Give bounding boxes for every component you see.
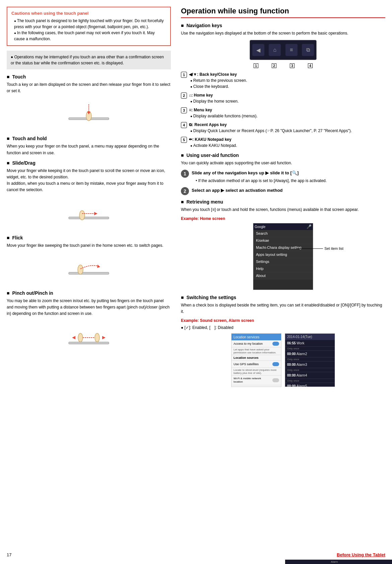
location-toggle-1[interactable] [272, 342, 279, 346]
nav-keys-desc: Use the navigation keys displayed at the… [181, 30, 385, 37]
nav-num-1: 1 [254, 63, 258, 68]
caution-title: Cautions when using the touch panel [11, 11, 166, 16]
menu-settings: Settings [253, 258, 313, 265]
flick-gesture [7, 252, 171, 286]
nav-key-items: 1 ◀/▼: Back key/Close key Return to the … [181, 71, 385, 149]
flick-text: Move your finger like sweeping the touch… [7, 242, 171, 249]
nav-key-bullet-1a: Return to the previous screen. [190, 77, 247, 83]
step-content-2: Select an app ▶ select an activation met… [192, 187, 283, 194]
footer-text: Before Using the Tablet [337, 552, 385, 557]
nav-num-3: 3 [290, 63, 295, 68]
touch-hold-heading: Touch and hold [7, 136, 171, 141]
nav-key-bullet-1b: Close the keyboard. [190, 83, 247, 90]
pinch-gesture [7, 320, 171, 354]
nav-key-bullet-5a: Activate KAKU Notepad. [190, 143, 237, 149]
nav-numbers-row: 1 2 3 4 [254, 63, 313, 68]
location-row-1-text: Access to my location [234, 342, 263, 345]
menu-kisekae: Kisekae [253, 237, 313, 244]
nav-key-num-1: 1 [181, 72, 187, 78]
alarm-date: 2014-01-14(Tue) [285, 334, 335, 340]
nav-key-bullet-4a: Display Quick Launcher or Recent Apps (☞… [190, 128, 352, 134]
svg-marker-16 [102, 336, 106, 339]
nav-key-title-3: ≡: Menu key [189, 108, 212, 112]
retrieving-menu-heading: Retrieving menu [181, 199, 385, 205]
nav-key-bullet-3a: Display available functions (menus). [190, 113, 258, 119]
nav-bar-sim: ◀ ⌂ ≡ ⧉ [250, 40, 317, 60]
user-aid-heading: Using user-aid function [181, 153, 385, 158]
retrieving-menu-section: Retrieving menu When you touch [≡] or to… [181, 199, 385, 290]
switching-settings-section: Switching the settings When a check box … [181, 295, 385, 387]
alarm-only-once-4: Only once [285, 379, 335, 383]
info-box: Operations may be interrupted if you tou… [7, 51, 171, 69]
flick-heading: Flick [7, 235, 171, 240]
location-toggle-2[interactable] [272, 362, 279, 366]
menu-search: Search [253, 230, 313, 237]
touch-heading: Touch [7, 74, 171, 79]
menu-apps-layout: Apps layout setting [253, 251, 313, 258]
alarm-row-5: 00:00 Alarm5 [285, 383, 335, 387]
touch-section: Touch Touch a key or an item displayed o… [7, 74, 171, 131]
alarm-only-once-3: Only once [285, 368, 335, 372]
nav-key-4: 4 ⧉: Recent Apps key Display Quick Launc… [181, 122, 385, 134]
nav-key-num-5: 5 [181, 137, 187, 143]
home-screen-wrapper: Google 🎤 Search Kisekae Machi-Chara disp… [253, 223, 313, 290]
nav-key-title-1: ◀/▼: Back key/Close key [189, 72, 237, 77]
home-content: Search Kisekae Machi-Chara display setti… [253, 230, 313, 279]
touch-gesture-svg [62, 98, 116, 131]
nav-key-3: 3 ≡: Menu key Display available function… [181, 107, 385, 119]
set-item-list-line [296, 248, 323, 249]
pinch-section: Pinch out/Pinch in You may be able to zo… [7, 290, 171, 354]
svg-rect-8 [69, 272, 109, 274]
alarm-row-1: 06:55 Work [285, 340, 335, 347]
alarm-time-4: 00:00 [287, 374, 296, 377]
set-item-list-container: Set item list [296, 246, 343, 250]
slide-drag-text: Move your finger while keeping it on the… [7, 168, 171, 193]
location-sources-label: Location sources [232, 355, 281, 361]
step-note-1: If the activation method of an app is se… [192, 178, 327, 184]
location-desc-1: Let apps that have asked your permission… [232, 347, 281, 355]
nav-key-2: 2 ⌂: Home key Display the home screen. [181, 92, 385, 104]
menu-key-btn: ≡ [285, 44, 298, 56]
navigation-keys-section: Navigation keys Use the navigation keys … [181, 23, 385, 149]
back-key-btn: ◀ [252, 44, 264, 56]
flick-svg [62, 252, 116, 286]
alarm-only-once-1: Only once [285, 347, 335, 351]
caution-bullet-2: In the following cases, the touch panel … [14, 30, 166, 42]
svg-rect-4 [69, 217, 109, 219]
svg-marker-10 [97, 265, 100, 268]
nav-keys-heading: Navigation keys [181, 23, 385, 28]
retrieving-menu-desc: When you touch [≡] or touch and hold the… [181, 207, 385, 213]
alarm-time-5: 00:00 [287, 384, 296, 387]
nav-num-2: 2 [272, 63, 276, 68]
location-toggle-3[interactable] [272, 378, 279, 382]
right-column: Operation while using function Navigatio… [181, 7, 385, 391]
switching-settings-desc: When a check box is displayed beside the… [181, 302, 385, 315]
location-row-3: Wi-Fi & mobile network location [232, 376, 281, 385]
alarm-row-4: 00:00 Alarm4 [285, 372, 335, 379]
nav-key-content-3: ≡: Menu key Display available functions … [189, 107, 258, 119]
svg-point-12 [78, 333, 83, 342]
home-key-btn: ⌂ [269, 44, 281, 56]
alarm-time-3: 00:00 [287, 363, 296, 366]
svg-point-5 [79, 211, 85, 220]
alarm-time-2: 00:00 [287, 352, 296, 356]
info-text: Operations may be interrupted if you tou… [11, 54, 167, 66]
nav-num-4: 4 [308, 63, 313, 68]
recent-key-btn: ⧉ [302, 44, 314, 56]
touch-hold-section: Touch and hold When you keep your finger… [7, 136, 171, 156]
user-aid-section: Using user-aid function You can quickly … [181, 153, 385, 195]
home-screen-screenshot-container: Google 🎤 Search Kisekae Machi-Chara disp… [181, 223, 385, 290]
location-row-2-text: Use GPS satellites [234, 362, 259, 366]
step-num-1: 1 [181, 170, 189, 178]
nav-key-content-1: ◀/▼: Back key/Close key Return to the pr… [189, 71, 247, 90]
svg-rect-11 [69, 342, 109, 344]
nav-key-num-2: 2 [181, 93, 187, 99]
slide-drag-svg [62, 197, 116, 230]
location-desc-2: Locate to street-level (requires more ba… [232, 368, 281, 376]
nav-key-content-5: ✏: KAKU Notepad key Activate KAKU Notepa… [189, 136, 237, 149]
page-footer: 17 Before Using the Tablet [0, 552, 392, 557]
nav-key-5: 5 ✏: KAKU Notepad key Activate KAKU Note… [181, 136, 385, 149]
switching-settings-heading: Switching the settings [181, 295, 385, 300]
location-row-3-text: Wi-Fi & mobile network location [234, 377, 270, 383]
checkbox-note: ● [✓]: Enabled, [ ]: Disabled [181, 325, 385, 331]
